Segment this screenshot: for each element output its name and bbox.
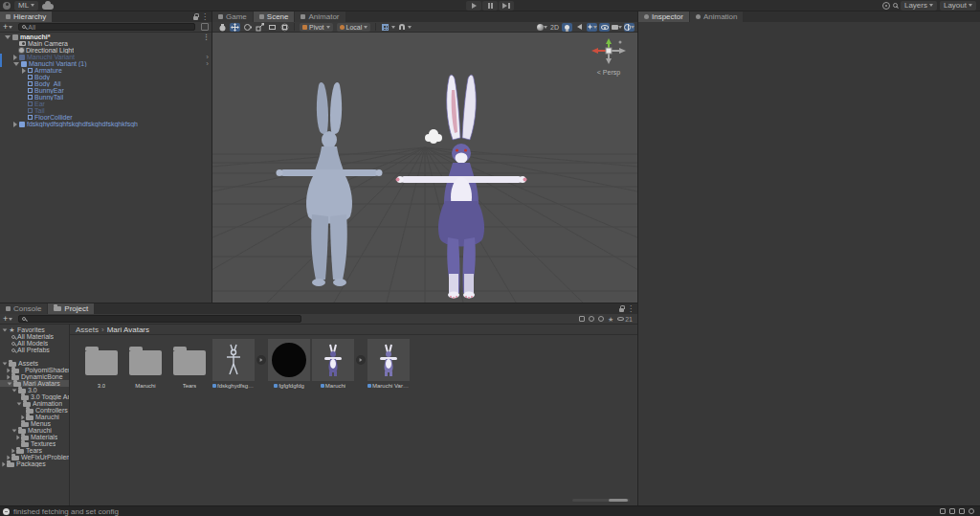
project-tree-item-packages[interactable]: Packages <box>0 460 69 467</box>
collapse-arrow-icon[interactable] <box>3 328 8 331</box>
draw-mode-dropdown[interactable] <box>537 23 547 32</box>
hierarchy-item-directional-light[interactable]: Directional Light <box>0 47 212 54</box>
project-tree-item-3-0-toggle-animati[interactable]: 3.0 Toggle Animati <box>0 393 69 400</box>
tab-animation[interactable]: Animation <box>690 11 744 22</box>
hierarchy-item-ear[interactable]: Ear <box>0 101 212 107</box>
background-activity-icon[interactable] <box>969 508 974 514</box>
asset-tile-fdskghydfsghfsk[interactable]: fdskghydfsghfsk... <box>212 339 255 389</box>
tab-animator[interactable]: Animator <box>295 11 345 22</box>
collapse-arrow-icon[interactable] <box>12 429 17 432</box>
project-tree-item-maruchi[interactable]: Maruchi <box>0 427 69 434</box>
project-search[interactable] <box>18 315 301 323</box>
kebab-menu-icon[interactable]: ⋮ <box>627 305 635 313</box>
tab-hierarchy[interactable]: Hierarchy <box>0 11 52 22</box>
search-icon[interactable] <box>893 3 898 8</box>
hierarchy-item-tail[interactable]: Tail <box>0 107 212 114</box>
asset-tile-maruchi[interactable]: Maruchi <box>124 339 167 389</box>
chevron-down-icon[interactable] <box>391 26 395 29</box>
rotate-tool-button[interactable] <box>242 23 253 32</box>
scale-tool-button[interactable] <box>255 23 265 32</box>
info-icon[interactable] <box>598 316 604 322</box>
lock-icon[interactable] <box>193 16 198 20</box>
search-by-label-icon[interactable] <box>589 316 594 322</box>
expand-arrow-icon[interactable] <box>13 55 17 60</box>
project-tree-item-all-materials[interactable]: All Materials <box>0 333 69 340</box>
account-dropdown[interactable]: ML <box>14 1 38 11</box>
asset-tile-maruchi-variant[interactable]: Maruchi Variant <box>368 339 410 389</box>
prefab-open-chevron-icon[interactable]: › <box>206 60 210 67</box>
project-tree-item-mari-avatars[interactable]: Mari Avatars <box>0 380 69 387</box>
code-coverage-icon[interactable] <box>949 508 955 514</box>
project-tree-item-all-prefabs[interactable]: All Prefabs <box>0 347 69 353</box>
hierarchy-search-input[interactable] <box>28 24 191 31</box>
asset-tile-3-0[interactable]: 3.0 <box>80 339 122 389</box>
project-tree-item-controllers[interactable]: Controllers <box>0 407 69 414</box>
expand-arrow-icon[interactable] <box>7 455 10 460</box>
layers-dropdown[interactable]: Layers <box>901 1 937 11</box>
lighting-toggle-button[interactable] <box>562 23 572 32</box>
project-tree-item-tears[interactable]: Tears <box>0 447 69 454</box>
collapse-arrow-icon[interactable] <box>12 389 17 392</box>
hierarchy-search[interactable] <box>18 23 195 31</box>
expand-arrow-icon[interactable] <box>21 415 24 419</box>
scene-viewport[interactable]: < Persp <box>212 33 637 303</box>
expand-arrow-icon[interactable] <box>11 448 14 453</box>
step-button[interactable] <box>499 1 514 11</box>
hierarchy-item-manuchi-variant[interactable]: Manuchi Variant› <box>0 54 212 60</box>
pause-button[interactable] <box>482 1 498 11</box>
tab-console[interactable]: Console <box>0 303 47 314</box>
project-tree-item-textures[interactable]: Textures <box>0 440 69 447</box>
status-message[interactable]: finished fetching and set config <box>13 507 119 516</box>
orientation-gizmo[interactable]: < Persp <box>586 38 632 76</box>
create-menu-button[interactable]: + <box>0 23 15 32</box>
cache-server-icon[interactable] <box>940 508 946 514</box>
expand-arrow-icon[interactable] <box>13 122 17 127</box>
tab-inspector[interactable]: Inspector <box>638 11 689 22</box>
cloud-icon[interactable] <box>42 4 54 10</box>
hidden-packages-toggle[interactable]: 21 <box>617 316 633 323</box>
collapse-arrow-icon[interactable] <box>3 362 8 365</box>
hierarchy-item-body[interactable]: Body <box>0 74 212 80</box>
project-tree-item-animation[interactable]: Animation <box>0 400 69 407</box>
expand-arrow-icon[interactable] <box>7 374 10 379</box>
effects-dropdown[interactable] <box>587 23 597 32</box>
scene-visibility-button[interactable] <box>599 23 610 32</box>
search-filter-icon[interactable] <box>201 23 209 31</box>
tab-project[interactable]: Project <box>48 303 94 314</box>
lock-icon[interactable] <box>619 308 624 312</box>
project-tree-item-dynamicbone[interactable]: DynamicBone <box>0 373 69 380</box>
asset-tile-tears[interactable]: Tears <box>168 339 211 389</box>
asset-tile-fgfgfdgfdg[interactable]: fgfgfdgfdg <box>268 339 310 389</box>
project-tree-item-favorites[interactable]: ★Favorites <box>0 326 69 333</box>
hierarchy-item-main-camera[interactable]: Main Camera <box>0 40 212 47</box>
chevron-down-icon[interactable] <box>408 26 412 29</box>
project-tree-item-assets[interactable]: Assets <box>0 360 69 367</box>
collapse-arrow-icon[interactable] <box>13 62 19 66</box>
subasset-expander-button[interactable] <box>356 355 366 365</box>
breadcrumb-assets[interactable]: Assets <box>76 325 99 334</box>
project-tree-item-materials[interactable]: Materials <box>0 434 69 440</box>
account-icon[interactable] <box>3 2 11 10</box>
project-tree-item-wefixurproblem[interactable]: WeFixUrProblem <box>0 454 69 460</box>
save-search-star-icon[interactable]: ★ <box>608 316 613 323</box>
thumbnail-size-slider[interactable] <box>572 499 630 502</box>
snap-button[interactable] <box>396 23 407 32</box>
collapse-arrow-icon[interactable] <box>8 382 12 385</box>
project-tree-item-all-models[interactable]: All Models <box>0 340 69 347</box>
project-tree-item-maruchi[interactable]: Maruchi <box>0 414 69 420</box>
hierarchy-item-manuchi-variant-1[interactable]: Manuchi Variant (1)› <box>0 60 212 67</box>
hierarchy-item-manuchi[interactable]: manuchi*⋮ <box>0 34 212 40</box>
gizmos-dropdown[interactable] <box>624 23 635 32</box>
console-window-icon[interactable] <box>959 508 965 514</box>
tab-scene[interactable]: Scene <box>254 11 295 22</box>
grid-visibility-button[interactable] <box>380 23 390 32</box>
tab-game[interactable]: Game <box>212 11 253 22</box>
expand-arrow-icon[interactable] <box>16 435 19 439</box>
create-asset-button[interactable]: + <box>0 315 15 324</box>
camera-settings-dropdown[interactable] <box>612 23 622 32</box>
hierarchy-item-armature[interactable]: Armature <box>0 67 212 74</box>
collapse-arrow-icon[interactable] <box>17 402 22 405</box>
project-search-input[interactable] <box>28 316 297 323</box>
audio-toggle-button[interactable] <box>574 23 585 32</box>
view-tool-button[interactable] <box>217 23 228 32</box>
